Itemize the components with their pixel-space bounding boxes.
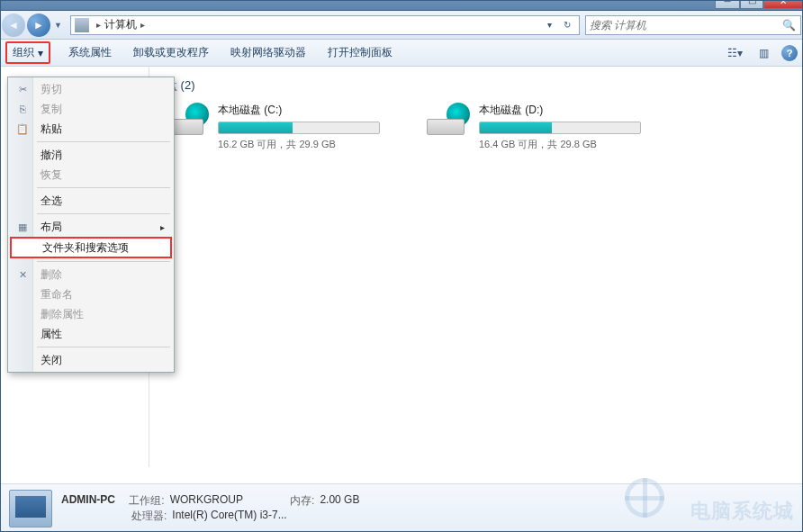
address-bar[interactable]: ▸ 计算机 ▸ ▾ ↻ (70, 15, 580, 35)
forward-button[interactable]: ► (27, 14, 50, 37)
cut-icon: ✂ (15, 82, 30, 96)
watermark-text: 电脑系统城 (690, 498, 794, 525)
status-bar: ADMIN-PC 工作组: WORKGROUP 内存: 2.00 GB 处理器:… (0, 483, 803, 532)
computer-name: ADMIN-PC (61, 493, 115, 509)
menu-remove-properties[interactable]: 删除属性 (10, 304, 172, 324)
workgroup-value: WORKGROUP (170, 493, 243, 509)
delete-icon: ✕ (15, 267, 30, 282)
search-input[interactable] (590, 19, 782, 32)
processor-value: Intel(R) Core(TM) i3-7... (172, 509, 286, 524)
menu-separator (37, 187, 170, 188)
drive-capacity-bar (218, 122, 380, 134)
drive-stats: 16.2 GB 可用，共 29.9 GB (218, 138, 400, 151)
open-control-panel-button[interactable]: 打开控制面板 (324, 43, 396, 62)
menu-separator (37, 141, 170, 142)
memory-label: 内存: (290, 493, 314, 509)
menu-close[interactable]: 关闭 (10, 350, 172, 370)
drive-capacity-bar (479, 122, 641, 134)
organize-menu: ✂剪切 ⎘复制 📋粘贴 撤消 恢复 全选 ▦布局▸ 文件夹和搜索选项 ✕删除 重… (7, 77, 175, 373)
paste-icon: 📋 (15, 122, 30, 136)
drives-list: 本地磁盘 (C:) 16.2 GB 可用，共 29.9 GB 本地磁盘 (D:)… (166, 103, 787, 151)
breadcrumb-separator: ▸ (96, 20, 101, 30)
processor-label: 处理器: (131, 509, 167, 524)
menu-rename[interactable]: 重命名 (10, 284, 172, 304)
search-box[interactable]: 🔍 (585, 15, 801, 35)
preview-pane-button[interactable]: ▥ (753, 44, 774, 62)
breadcrumb-separator: ▸ (140, 20, 145, 30)
drive-c[interactable]: 本地磁盘 (C:) 16.2 GB 可用，共 29.9 GB (166, 103, 400, 151)
close-window-button[interactable]: ✕ (763, 0, 803, 9)
menu-undo[interactable]: 撤消 (10, 145, 172, 165)
toolbar: 组织 ▾ 系统属性 卸载或更改程序 映射网络驱动器 打开控制面板 ☷▾ ▥ ? (0, 40, 803, 67)
menu-select-all[interactable]: 全选 (10, 191, 172, 211)
map-network-drive-button[interactable]: 映射网络驱动器 (227, 43, 310, 62)
menu-copy[interactable]: ⎘复制 (10, 99, 172, 119)
drive-stats: 16.4 GB 可用，共 29.8 GB (479, 138, 661, 151)
drives-section-header: 盘 (2) (166, 77, 787, 94)
drive-info: 本地磁盘 (D:) 16.4 GB 可用，共 29.8 GB (479, 103, 661, 151)
menu-separator (37, 347, 170, 347)
drive-icon (427, 103, 470, 135)
menu-separator (37, 213, 170, 214)
menu-separator (37, 261, 170, 262)
layout-icon: ▦ (15, 220, 30, 234)
titlebar: ─ ▭ ✕ (0, 0, 803, 11)
search-icon: 🔍 (782, 19, 797, 32)
menu-layout[interactable]: ▦布局▸ (10, 217, 172, 237)
copy-icon: ⎘ (15, 102, 30, 116)
status-info: ADMIN-PC 工作组: WORKGROUP 内存: 2.00 GB 处理器:… (61, 493, 359, 524)
history-dropdown[interactable]: ▼ (54, 21, 65, 30)
maximize-button[interactable]: ▭ (740, 0, 763, 9)
chevron-down-icon: ▾ (38, 47, 43, 59)
menu-redo[interactable]: 恢复 (10, 165, 172, 185)
help-button[interactable]: ? (781, 45, 798, 61)
organize-label: 组织 (13, 45, 34, 60)
watermark-logo (625, 478, 664, 518)
window-controls: ─ ▭ ✕ (715, 0, 803, 9)
workgroup-label: 工作组: (129, 493, 164, 509)
refresh-button[interactable]: ↻ (559, 17, 575, 33)
drive-d[interactable]: 本地磁盘 (D:) 16.4 GB 可用，共 29.8 GB (427, 103, 661, 151)
menu-folder-search-options[interactable]: 文件夹和搜索选项 (10, 237, 172, 258)
submenu-arrow-icon: ▸ (160, 222, 165, 232)
view-options-button[interactable]: ☷▾ (724, 44, 745, 62)
menu-cut[interactable]: ✂剪切 (10, 79, 172, 99)
uninstall-programs-button[interactable]: 卸载或更改程序 (130, 43, 212, 62)
breadcrumb-item[interactable]: 计算机 (104, 17, 137, 32)
navigation-bar: ◄ ► ▼ ▸ 计算机 ▸ ▾ ↻ 🔍 (0, 11, 803, 40)
computer-large-icon (9, 490, 52, 527)
address-dropdown[interactable]: ▾ (541, 17, 557, 33)
memory-value: 2.00 GB (320, 493, 359, 509)
minimize-button[interactable]: ─ (715, 0, 740, 9)
menu-properties[interactable]: 属性 (10, 324, 172, 344)
computer-icon (75, 18, 89, 32)
nav-arrows: ◄ ► ▼ (2, 14, 65, 37)
content-pane: 盘 (2) 本地磁盘 (C:) 16.2 GB 可用，共 29.9 GB 本地磁… (149, 67, 803, 467)
drive-name: 本地磁盘 (C:) (218, 103, 400, 118)
back-button[interactable]: ◄ (2, 14, 25, 37)
menu-delete[interactable]: ✕删除 (10, 265, 172, 284)
organize-button[interactable]: 组织 ▾ (5, 41, 50, 64)
drive-name: 本地磁盘 (D:) (479, 103, 661, 118)
drive-info: 本地磁盘 (C:) 16.2 GB 可用，共 29.9 GB (218, 103, 400, 151)
system-properties-button[interactable]: 系统属性 (65, 43, 115, 62)
menu-paste[interactable]: 📋粘贴 (10, 119, 172, 139)
